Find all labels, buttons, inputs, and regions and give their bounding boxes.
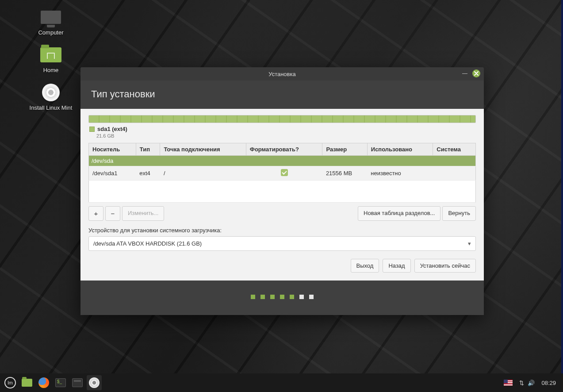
quit-button[interactable]: Выход xyxy=(351,259,379,273)
cell-used: неизвестно xyxy=(367,166,433,181)
cell-device: /dev/sda1 xyxy=(89,166,136,181)
network-indicator[interactable]: ⇅ xyxy=(517,375,525,390)
table-row-partition[interactable]: /dev/sda1 ext4 / 21556 MB неизвестно xyxy=(89,166,476,181)
revert-button[interactable]: Вернуть xyxy=(442,206,476,221)
speaker-icon: 🔊 xyxy=(528,380,535,386)
format-checkbox-checked-icon xyxy=(281,169,288,176)
show-desktop-button[interactable] xyxy=(19,375,34,390)
partition-summary: sda1 (ext4) xyxy=(89,126,475,132)
content-area: sda1 (ext4) 21.6 GB Носитель Тип Точка п… xyxy=(80,109,484,281)
window-title: Установка xyxy=(268,71,295,77)
firefox-launcher[interactable] xyxy=(36,375,51,390)
col-device[interactable]: Носитель xyxy=(89,143,136,156)
step-dot xyxy=(280,295,284,299)
keyboard-layout-indicator[interactable] xyxy=(501,375,516,390)
step-dot xyxy=(309,295,314,299)
taskbar-item-installer[interactable] xyxy=(87,375,102,390)
page-heading: Тип установки xyxy=(80,81,484,109)
us-flag-icon xyxy=(504,380,513,386)
right-edge-strip xyxy=(561,0,563,392)
cell-size: 21556 MB xyxy=(322,166,367,181)
titlebar[interactable]: Установка — xyxy=(80,67,484,81)
sound-indicator[interactable]: 🔊 xyxy=(527,375,535,390)
terminal-launcher[interactable]: $_ xyxy=(53,375,68,390)
col-size[interactable]: Размер xyxy=(322,143,367,156)
partition-size: 21.6 GB xyxy=(96,133,476,138)
mint-logo-icon: lm xyxy=(4,377,16,388)
cell-system xyxy=(433,166,476,181)
back-button[interactable]: Назад xyxy=(383,259,410,273)
bootloader-value: /dev/sda ATA VBOX HARDDISK (21.6 GB) xyxy=(93,240,202,247)
table-empty-space xyxy=(89,181,476,203)
disk-device: /dev/sda xyxy=(89,156,476,166)
menu-button[interactable]: lm xyxy=(3,375,18,390)
desktop-icon-label: Computer xyxy=(38,29,63,36)
taskbar: lm $_ ⇅ 🔊 08:29 xyxy=(0,373,563,392)
col-used[interactable]: Использовано xyxy=(367,143,433,156)
add-partition-button[interactable]: + xyxy=(88,206,103,221)
desktop-icon-label: Home xyxy=(43,67,59,73)
col-system[interactable]: Система xyxy=(433,143,476,156)
clock[interactable]: 08:29 xyxy=(537,380,560,386)
close-button[interactable] xyxy=(472,69,480,77)
disc-icon xyxy=(89,377,100,388)
chevron-down-icon: ▾ xyxy=(468,240,471,247)
partition-table: Носитель Тип Точка подключения Форматиро… xyxy=(88,143,476,203)
partition-color-swatch xyxy=(89,127,95,132)
bootloader-device-select[interactable]: /dev/sda ATA VBOX HARDDISK (21.6 GB) ▾ xyxy=(88,236,476,251)
folder-icon xyxy=(40,47,61,62)
installer-window: Установка — Тип установки sda1 (ext4) 21… xyxy=(80,67,484,315)
change-partition-button[interactable]: Изменить... xyxy=(122,206,164,221)
new-partition-table-button[interactable]: Новая таблица разделов... xyxy=(358,206,440,221)
monitor-icon xyxy=(41,11,61,24)
step-dot xyxy=(290,295,294,299)
cell-type: ext4 xyxy=(136,166,160,181)
cell-mount: / xyxy=(160,166,246,181)
close-icon xyxy=(474,71,479,76)
desktop-icon-label: Install Linux Mint xyxy=(30,104,73,111)
disc-icon xyxy=(42,84,60,101)
table-row-disk[interactable]: /dev/sda xyxy=(89,156,476,166)
step-dot xyxy=(299,295,304,299)
files-launcher[interactable] xyxy=(70,375,85,390)
folder-icon xyxy=(22,379,32,387)
col-format[interactable]: Форматировать? xyxy=(246,143,322,156)
partition-name: sda1 (ext4) xyxy=(97,126,127,132)
remove-partition-button[interactable]: − xyxy=(105,206,120,221)
firefox-icon xyxy=(38,377,49,388)
bootloader-label: Устройство для установки системного загр… xyxy=(88,227,476,234)
col-type[interactable]: Тип xyxy=(136,143,160,156)
step-dot xyxy=(270,295,275,299)
disk-usage-bar[interactable] xyxy=(88,115,476,123)
step-dot xyxy=(260,295,265,299)
desktop-icon-computer[interactable]: Computer xyxy=(0,8,102,36)
install-now-button[interactable]: Установить сейчас xyxy=(414,259,476,273)
minimize-button[interactable]: — xyxy=(461,69,469,77)
network-icon: ⇅ xyxy=(519,380,524,386)
step-dot xyxy=(251,295,255,299)
col-mount[interactable]: Точка подключения xyxy=(160,143,246,156)
progress-dots xyxy=(80,281,484,315)
terminal-icon: $_ xyxy=(55,378,66,387)
files-icon xyxy=(72,378,83,387)
